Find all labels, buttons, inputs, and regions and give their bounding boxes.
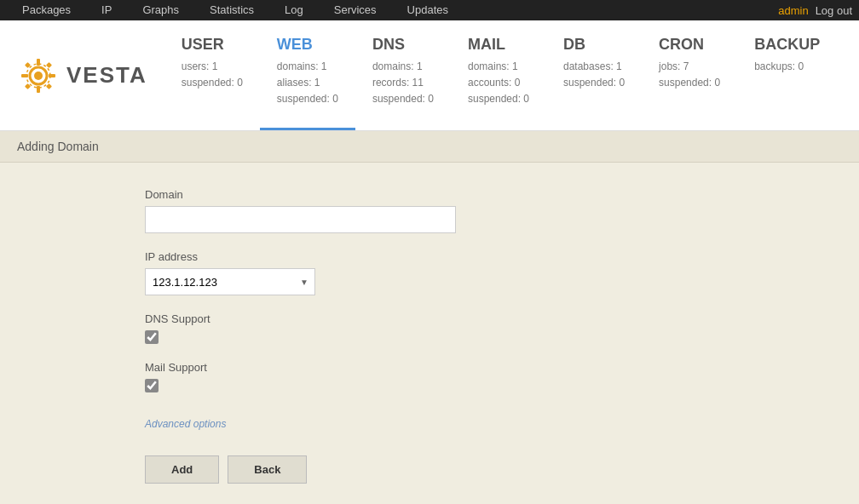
stat-db-line1: databases: 1 — [563, 59, 625, 75]
add-domain-form: Domain IP address 123.1.12.123 ▼ DNS Sup… — [145, 188, 656, 484]
nav-statistics[interactable]: Statistics — [194, 0, 269, 20]
stat-db-line2: suspended: 0 — [563, 75, 625, 91]
stat-user-line2: suspended: 0 — [182, 75, 243, 91]
stat-web-line3: suspended: 0 — [277, 91, 338, 107]
domain-field-group: Domain — [145, 188, 656, 233]
stat-backup[interactable]: BACKUP backups: 0 — [737, 20, 837, 130]
stat-web[interactable]: WEB domains: 1 aliases: 1 suspended: 0 — [260, 20, 355, 130]
form-buttons: Add Back — [145, 455, 656, 484]
stat-user-line1: users: 1 — [182, 59, 243, 75]
nav-packages[interactable]: Packages — [7, 0, 86, 20]
mail-support-group: Mail Support — [145, 361, 656, 392]
stat-mail-line1: domains: 1 — [468, 59, 529, 75]
svg-point-1 — [34, 72, 43, 80]
stat-db[interactable]: DB databases: 1 suspended: 0 — [546, 20, 642, 130]
stat-cron-title: CRON — [659, 36, 720, 54]
top-navigation: Packages IP Graphs Statistics Log Servic… — [0, 0, 859, 20]
stat-dns-line1: domains: 1 — [372, 59, 434, 75]
header: VESTA USER users: 1 suspended: 0 WEB dom… — [0, 20, 859, 131]
dns-support-group: DNS Support — [145, 312, 656, 344]
stat-backup-title: BACKUP — [754, 36, 820, 54]
ip-select[interactable]: 123.1.12.123 — [145, 268, 315, 295]
stat-user-title: USER — [182, 36, 243, 54]
domain-label: Domain — [145, 188, 656, 201]
stat-dns-line3: suspended: 0 — [372, 91, 434, 107]
mail-support-checkbox[interactable] — [145, 379, 159, 392]
page-title-bar: Adding Domain — [0, 131, 859, 163]
ip-select-wrapper: 123.1.12.123 ▼ — [145, 268, 315, 295]
stat-db-title: DB — [563, 36, 625, 54]
stat-dns[interactable]: DNS domains: 1 records: 11 suspended: 0 — [355, 20, 451, 130]
stat-dns-line2: records: 11 — [372, 75, 434, 91]
nav-graphs[interactable]: Graphs — [127, 0, 194, 20]
nav-ip[interactable]: IP — [86, 0, 127, 20]
stat-web-line1: domains: 1 — [277, 59, 338, 75]
advanced-options-link[interactable]: Advanced options — [145, 418, 226, 430]
stat-cron[interactable]: CRON jobs: 7 suspended: 0 — [642, 20, 737, 130]
back-button[interactable]: Back — [228, 455, 307, 484]
dns-support-label: DNS Support — [145, 312, 656, 325]
stat-mail[interactable]: MAIL domains: 1 accounts: 0 suspended: 0 — [451, 20, 546, 130]
nav-right: admin Log out — [778, 4, 852, 17]
nav-items: Packages IP Graphs Statistics Log Servic… — [7, 0, 778, 20]
stat-user[interactable]: USER users: 1 suspended: 0 — [164, 20, 260, 130]
logo-text: VESTA — [66, 62, 147, 89]
ip-label: IP address — [145, 250, 656, 263]
nav-log[interactable]: Log — [269, 0, 319, 20]
mail-checkbox-wrapper — [145, 379, 656, 392]
logo: VESTA — [17, 54, 147, 97]
svg-rect-9 — [46, 83, 52, 89]
logo-area: VESTA — [0, 20, 164, 130]
logout-link[interactable]: Log out — [816, 4, 852, 17]
stat-mail-title: MAIL — [468, 36, 529, 54]
page-title: Adding Domain — [17, 140, 99, 153]
admin-link[interactable]: admin — [778, 4, 808, 17]
dns-support-checkbox[interactable] — [145, 330, 159, 344]
main-content: Domain IP address 123.1.12.123 ▼ DNS Sup… — [0, 163, 859, 504]
domain-input[interactable] — [145, 206, 456, 233]
stat-web-title: WEB — [277, 36, 338, 54]
stats-area: USER users: 1 suspended: 0 WEB domains: … — [164, 20, 859, 130]
dns-checkbox-wrapper — [145, 330, 656, 344]
nav-services[interactable]: Services — [319, 0, 392, 20]
stat-cron-line1: jobs: 7 — [659, 59, 720, 75]
mail-support-label: Mail Support — [145, 361, 656, 374]
stat-web-line2: aliases: 1 — [277, 75, 338, 91]
add-button[interactable]: Add — [145, 455, 219, 484]
nav-updates[interactable]: Updates — [392, 0, 464, 20]
stat-mail-line3: suspended: 0 — [468, 91, 529, 107]
stat-mail-line2: accounts: 0 — [468, 75, 529, 91]
ip-field-group: IP address 123.1.12.123 ▼ — [145, 250, 656, 295]
stat-dns-title: DNS — [372, 36, 434, 54]
vesta-logo-icon — [17, 54, 60, 97]
stat-backup-line1: backups: 0 — [754, 59, 820, 75]
svg-rect-7 — [46, 61, 52, 67]
stat-cron-line2: suspended: 0 — [659, 75, 720, 91]
